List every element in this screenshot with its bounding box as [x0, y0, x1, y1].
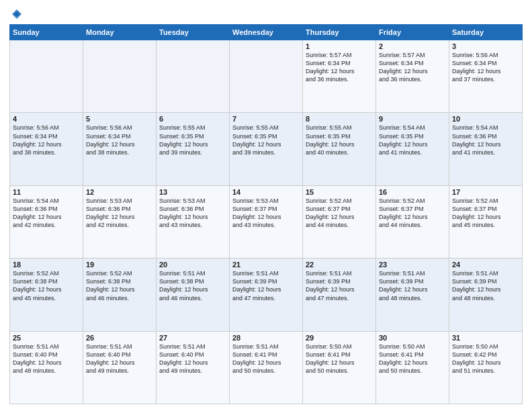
cell-line: Sunrise: 5:50 AM — [379, 342, 446, 351]
cell-line: and 48 minutes. — [13, 367, 80, 375]
day-cell: 13Sunrise: 5:53 AMSunset: 6:36 PMDayligh… — [157, 185, 230, 258]
cell-line: Sunrise: 5:51 AM — [159, 269, 226, 277]
cell-line: Daylight: 12 hours — [452, 285, 519, 293]
cell-line: Sunset: 6:40 PM — [86, 351, 153, 359]
cell-line: Sunrise: 5:53 AM — [159, 197, 226, 205]
day-header-tuesday: Tuesday — [157, 25, 230, 40]
day-number: 27 — [159, 334, 226, 342]
day-number: 10 — [452, 115, 519, 123]
cell-line: and 49 minutes. — [86, 367, 153, 375]
cell-line: Sunset: 6:37 PM — [306, 205, 373, 213]
cell-line: Sunrise: 5:51 AM — [159, 342, 226, 351]
cell-line: Sunrise: 5:51 AM — [86, 342, 153, 351]
cell-line: Sunrise: 5:52 AM — [379, 197, 446, 205]
cell-line: Sunrise: 5:55 AM — [306, 124, 373, 132]
day-cell: 16Sunrise: 5:52 AMSunset: 6:37 PMDayligh… — [376, 185, 449, 258]
cell-line: Sunrise: 5:54 AM — [13, 197, 80, 205]
cell-line: Sunset: 6:34 PM — [306, 59, 373, 67]
cell-line: Sunrise: 5:53 AM — [86, 197, 153, 205]
cell-line: Daylight: 12 hours — [159, 285, 226, 293]
cell-line: Sunset: 6:40 PM — [159, 351, 226, 359]
day-cell: 15Sunrise: 5:52 AMSunset: 6:37 PMDayligh… — [303, 185, 376, 258]
day-cell: 25Sunrise: 5:51 AMSunset: 6:40 PMDayligh… — [10, 331, 83, 404]
cell-line: Sunset: 6:35 PM — [232, 132, 300, 140]
cell-line: Daylight: 12 hours — [306, 359, 373, 367]
cell-line: Daylight: 12 hours — [13, 140, 80, 148]
cell-line: Sunrise: 5:53 AM — [232, 197, 300, 205]
cell-line: Sunrise: 5:56 AM — [452, 51, 519, 59]
cell-line: Sunset: 6:34 PM — [13, 132, 80, 140]
day-cell: 17Sunrise: 5:52 AMSunset: 6:37 PMDayligh… — [449, 185, 523, 258]
cell-line: Daylight: 12 hours — [232, 285, 300, 293]
cell-line: and 46 minutes. — [86, 294, 153, 302]
day-header-monday: Monday — [83, 25, 157, 40]
cell-line: Daylight: 12 hours — [159, 213, 226, 221]
day-number: 31 — [452, 334, 519, 342]
day-cell: 10Sunrise: 5:54 AMSunset: 6:36 PMDayligh… — [449, 113, 523, 185]
day-number: 5 — [86, 115, 153, 123]
cell-line: Sunset: 6:36 PM — [452, 132, 519, 140]
day-number: 20 — [159, 261, 226, 269]
logo — [9, 8, 23, 20]
cell-line: Sunset: 6:41 PM — [379, 351, 446, 359]
day-number: 17 — [452, 188, 519, 196]
day-cell: 2Sunrise: 5:57 AMSunset: 6:34 PMDaylight… — [376, 40, 449, 113]
cell-line: Daylight: 12 hours — [452, 213, 519, 221]
day-cell: 23Sunrise: 5:51 AMSunset: 6:39 PMDayligh… — [376, 259, 449, 331]
day-number: 29 — [306, 334, 373, 342]
cell-line: Daylight: 12 hours — [232, 359, 300, 367]
week-row-5: 25Sunrise: 5:51 AMSunset: 6:40 PMDayligh… — [10, 331, 523, 404]
day-cell: 31Sunrise: 5:50 AMSunset: 6:42 PMDayligh… — [449, 331, 523, 404]
cell-line: and 44 minutes. — [306, 221, 373, 229]
day-number: 11 — [13, 188, 80, 196]
cell-line: Sunrise: 5:50 AM — [452, 342, 519, 351]
day-cell: 14Sunrise: 5:53 AMSunset: 6:37 PMDayligh… — [230, 185, 303, 258]
cell-line: and 47 minutes. — [306, 294, 373, 302]
cell-line: and 49 minutes. — [159, 367, 226, 375]
cell-line: Sunrise: 5:52 AM — [306, 197, 373, 205]
day-cell: 29Sunrise: 5:50 AMSunset: 6:41 PMDayligh… — [303, 331, 376, 404]
day-header-wednesday: Wednesday — [230, 25, 303, 40]
cell-line: and 37 minutes. — [452, 75, 519, 83]
cell-line: Sunrise: 5:51 AM — [379, 269, 446, 277]
cell-line: Sunset: 6:38 PM — [159, 277, 226, 285]
day-number: 25 — [13, 334, 80, 342]
day-number: 9 — [379, 115, 446, 123]
day-cell: 19Sunrise: 5:52 AMSunset: 6:38 PMDayligh… — [83, 259, 157, 331]
cell-line: Sunrise: 5:52 AM — [452, 197, 519, 205]
day-cell: 3Sunrise: 5:56 AMSunset: 6:34 PMDaylight… — [449, 40, 523, 113]
day-cell: 11Sunrise: 5:54 AMSunset: 6:36 PMDayligh… — [10, 185, 83, 258]
day-cell: 26Sunrise: 5:51 AMSunset: 6:40 PMDayligh… — [83, 331, 157, 404]
cell-line: Daylight: 12 hours — [86, 285, 153, 293]
day-number: 2 — [379, 42, 446, 50]
cell-line: Sunset: 6:36 PM — [13, 205, 80, 213]
cell-line: Daylight: 12 hours — [13, 285, 80, 293]
day-header-friday: Friday — [376, 25, 449, 40]
cell-line: Sunset: 6:34 PM — [452, 59, 519, 67]
cell-line: Daylight: 12 hours — [379, 67, 446, 75]
cell-line: Sunrise: 5:55 AM — [232, 124, 300, 132]
cell-line: Sunrise: 5:54 AM — [379, 124, 446, 132]
cell-line: Daylight: 12 hours — [306, 67, 373, 75]
cell-line: Sunset: 6:40 PM — [13, 351, 80, 359]
day-cell: 28Sunrise: 5:51 AMSunset: 6:41 PMDayligh… — [230, 331, 303, 404]
week-row-2: 4Sunrise: 5:56 AMSunset: 6:34 PMDaylight… — [10, 113, 523, 185]
cell-line: Sunrise: 5:56 AM — [13, 124, 80, 132]
cell-line: and 50 minutes. — [232, 367, 300, 375]
cell-line: Daylight: 12 hours — [306, 285, 373, 293]
day-number: 15 — [306, 188, 373, 196]
cell-line: Sunset: 6:35 PM — [306, 132, 373, 140]
day-number: 12 — [86, 188, 153, 196]
cell-line: Sunset: 6:35 PM — [379, 132, 446, 140]
cell-line: Daylight: 12 hours — [232, 140, 300, 148]
cell-line: Daylight: 12 hours — [159, 140, 226, 148]
cell-line: Sunset: 6:37 PM — [452, 205, 519, 213]
calendar-table: SundayMondayTuesdayWednesdayThursdayFrid… — [9, 24, 523, 404]
cell-line: Sunrise: 5:51 AM — [13, 342, 80, 351]
day-cell: 30Sunrise: 5:50 AMSunset: 6:41 PMDayligh… — [376, 331, 449, 404]
day-number: 4 — [13, 115, 80, 123]
cell-line: and 43 minutes. — [159, 221, 226, 229]
day-cell: 27Sunrise: 5:51 AMSunset: 6:40 PMDayligh… — [157, 331, 230, 404]
week-row-1: 1Sunrise: 5:57 AMSunset: 6:34 PMDaylight… — [10, 40, 523, 113]
cell-line: and 45 minutes. — [13, 294, 80, 302]
